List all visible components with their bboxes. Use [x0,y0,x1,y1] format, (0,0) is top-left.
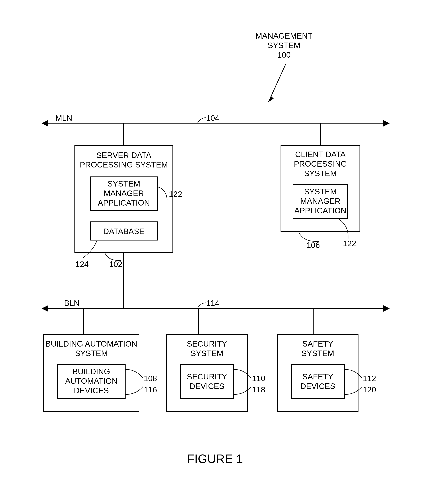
svg-marker-1 [268,96,274,102]
bln-right-arrow-icon [383,305,390,312]
bln-to-safety-line [313,308,314,334]
mln-to-server-line [123,123,124,145]
safety-title-l1: SAFETY [277,339,358,349]
bas-dev-l2: AUTOMATION [57,376,126,386]
bas-box-callout-icon [126,369,145,381]
server-box-callout-icon [104,252,123,263]
svg-marker-4 [42,305,48,312]
mln-ref-callout-icon [196,116,208,125]
svg-marker-3 [383,120,390,126]
server-to-bln-line [123,252,124,308]
security-box-ref: 110 [252,374,265,383]
security-dev-ref: 118 [252,385,265,395]
mln-to-client-line [320,123,321,145]
title-line1: MANAGEMENT [249,31,319,41]
mln-bus-line [47,123,384,124]
security-title-l1: SECURITY [166,339,248,349]
title-arrow-icon [265,62,299,107]
server-app-callout-icon [158,186,171,202]
security-box-callout-icon [234,369,253,381]
server-app-l3: APPLICATION [90,198,158,208]
security-title-l2: SYSTEM [166,349,248,358]
security-dev-l2: DEVICES [180,381,234,391]
security-dev-callout-icon [234,386,253,395]
bas-dev-callout-icon [126,386,145,395]
server-db-label: DATABASE [90,227,158,236]
bln-label: BLN [64,298,79,308]
client-title-l1: CLIENT DATA [280,150,360,159]
client-title-l2: PROCESSING [280,159,360,169]
bln-bus-line [47,308,384,309]
bln-to-security-line [198,308,199,334]
client-title-l3: SYSTEM [280,169,360,178]
server-title-l2: PROCESSING SYSTEM [75,160,173,170]
safety-title-l2: SYSTEM [277,349,358,358]
svg-marker-2 [42,120,48,126]
bas-title-l1: BUILDING AUTOMATION [43,339,140,349]
client-app-l1: SYSTEM [293,187,348,196]
bln-to-bas-line [83,308,84,334]
figure-caption: FIGURE 1 [0,451,430,466]
security-dev-l1: SECURITY [180,372,234,381]
client-app-l3: APPLICATION [293,206,348,216]
server-title-l1: SERVER DATA [75,151,173,160]
title-line2: SYSTEM [249,41,319,50]
svg-marker-5 [383,305,390,312]
server-db-callout-icon [81,241,99,261]
safety-box-ref: 112 [363,374,376,383]
bln-ref-callout-icon [196,301,208,310]
title-ref: 100 [249,50,319,60]
bln-left-arrow-icon [42,305,48,312]
safety-dev-l2: DEVICES [291,381,345,391]
bas-box-ref: 108 [144,374,157,383]
client-box-callout-icon [298,232,320,244]
safety-dev-l1: SAFETY [291,372,345,381]
bas-dev-ref: 116 [144,385,157,395]
server-app-l1: SYSTEM [90,179,158,189]
server-app-l2: MANAGER [90,189,158,198]
client-app-callout-icon [337,219,354,241]
safety-dev-callout-icon [345,386,364,395]
bln-ref: 114 [206,298,219,308]
safety-dev-ref: 120 [363,385,376,395]
mln-left-arrow-icon [42,120,48,126]
bas-dev-l3: DEVICES [57,386,126,395]
diagram-canvas: MANAGEMENT SYSTEM 100 MLN 104 SERVER DAT… [0,0,430,504]
safety-box-callout-icon [345,369,364,381]
mln-label: MLN [56,113,72,123]
bas-dev-l1: BUILDING [57,367,126,376]
mln-right-arrow-icon [383,120,390,126]
client-app-l2: MANAGER [293,196,348,206]
mln-ref: 104 [206,113,219,123]
bas-title-l2: SYSTEM [43,349,140,358]
